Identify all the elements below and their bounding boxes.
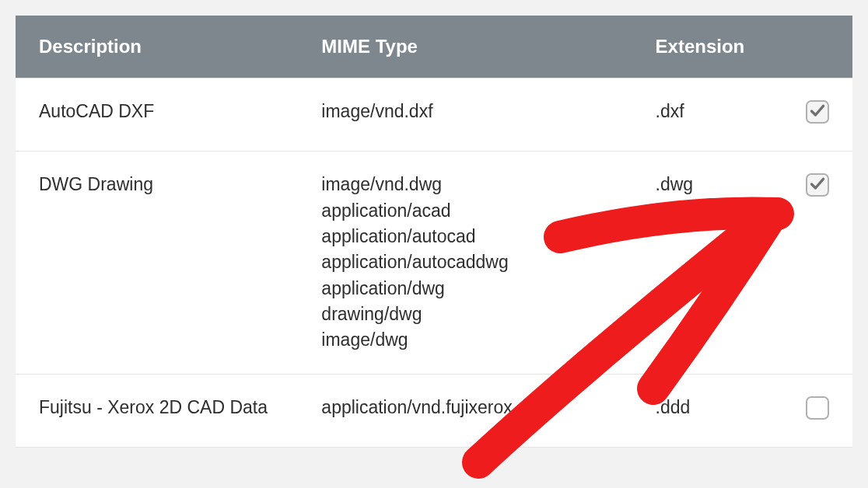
table-row: AutoCAD DXF image/vnd.dxf .dxf <box>16 78 852 152</box>
table-row: Fujitsu - Xerox 2D CAD Data application/… <box>16 374 852 447</box>
header-description: Description <box>16 16 298 78</box>
mime-value: application/autocaddwg <box>321 249 608 275</box>
table-header-row: Description MIME Type Extension <box>16 16 852 78</box>
row-checkbox[interactable] <box>806 173 829 197</box>
header-extension: Extension <box>632 16 782 78</box>
cell-extension: .ddd <box>632 374 782 447</box>
checkmark-icon <box>810 176 825 192</box>
checkmark-icon <box>810 103 825 119</box>
mime-value: image/vnd.dwg <box>321 172 608 197</box>
cell-mime: application/vnd.fujixerox.ddd <box>298 374 632 447</box>
cell-description: DWG Drawing <box>16 152 298 374</box>
mime-value: image/dwg <box>321 327 608 353</box>
cell-description: AutoCAD DXF <box>16 78 298 152</box>
file-types-table: Description MIME Type Extension AutoCAD … <box>16 16 852 448</box>
mime-value: application/dwg <box>321 276 608 302</box>
row-checkbox[interactable] <box>806 100 829 124</box>
cell-description: Fujitsu - Xerox 2D CAD Data <box>16 374 298 447</box>
cell-extension: .dwg <box>632 152 782 374</box>
cell-mime: image/vnd.dxf <box>298 78 632 152</box>
mime-value: drawing/dwg <box>321 302 608 327</box>
mime-value: image/vnd.dxf <box>321 99 608 124</box>
cell-mime: image/vnd.dwg application/acad applicati… <box>298 152 632 374</box>
header-mime: MIME Type <box>298 16 632 78</box>
table-row: DWG Drawing image/vnd.dwg application/ac… <box>16 152 852 374</box>
mime-value: application/acad <box>321 198 608 224</box>
cell-extension: .dxf <box>632 78 782 152</box>
row-checkbox[interactable] <box>806 396 829 420</box>
header-checkbox <box>782 16 852 78</box>
mime-value: application/vnd.fujixerox.ddd <box>321 395 608 420</box>
mime-value: application/autocad <box>321 224 608 249</box>
